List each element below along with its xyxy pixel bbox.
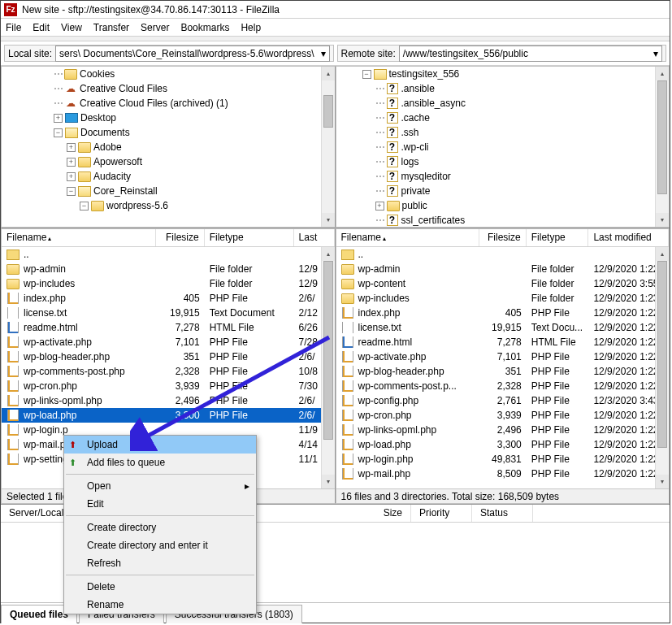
menu-bookmarks[interactable]: Bookmarks <box>180 22 229 33</box>
chevron-down-icon[interactable]: ▾ <box>321 48 326 59</box>
tree-item[interactable]: ⋯Creative Cloud Files <box>2 81 335 96</box>
tree-item[interactable]: +Audacity <box>2 169 335 184</box>
remote-list-header[interactable]: Filename▴ Filesize Filetype Last modifie… <box>336 229 670 247</box>
ctx-delete[interactable]: Delete <box>64 578 256 596</box>
tree-item[interactable]: −testingsitex_556 <box>336 67 670 81</box>
ctx-create-directory-and-enter-it[interactable]: Create directory and enter it <box>64 536 256 554</box>
scrollbar-vertical[interactable]: ▴▾ <box>655 67 669 227</box>
file-row[interactable]: license.txt19,915Text Docu...12/9/2020 1… <box>336 320 670 335</box>
col-filename[interactable]: Filename <box>7 232 46 243</box>
chevron-down-icon[interactable]: ▾ <box>653 48 658 59</box>
tree-item[interactable]: ⋯.ssh <box>336 125 670 140</box>
file-row[interactable]: .. <box>2 247 335 262</box>
tree-item[interactable]: ⋯logs <box>336 154 670 169</box>
file-row[interactable]: wp-links-opml.php2,496PHP File2/6/ <box>2 393 335 408</box>
file-row[interactable]: wp-adminFile folder12/9 <box>2 262 335 276</box>
file-row[interactable]: wp-config.php2,761PHP File12/3/2020 3:43… <box>336 393 670 408</box>
tree-item[interactable]: +Adobe <box>2 140 335 154</box>
file-row[interactable]: index.php405PHP File12/9/2020 1:22: <box>336 306 670 320</box>
file-row[interactable]: wp-activate.php7,101PHP File7/28 <box>2 335 335 349</box>
file-row[interactable]: wp-cron.php3,939PHP File7/30 <box>2 379 335 393</box>
menu-transfer[interactable]: Transfer <box>93 22 129 33</box>
remote-tree[interactable]: −testingsitex_556⋯.ansible⋯.ansible_asyn… <box>336 66 670 228</box>
file-row[interactable]: .. <box>336 247 670 262</box>
tree-item[interactable]: ⋯.cache <box>336 111 670 125</box>
file-row[interactable]: wp-includesFile folder12/9/2020 1:23: <box>336 291 670 306</box>
file-row[interactable]: wp-blog-header.php351PHP File12/9/2020 1… <box>336 364 670 379</box>
scrollbar-vertical[interactable]: ▴▾ <box>655 247 669 488</box>
file-row[interactable]: wp-cron.php3,939PHP File12/9/2020 1:22: <box>336 408 670 423</box>
expand-toggle-icon[interactable]: − <box>54 128 63 137</box>
tree-item[interactable]: −wordpress-5.6 <box>2 198 335 213</box>
file-row[interactable]: wp-mail.php8,509PHP File12/9/2020 1:22: <box>336 467 670 481</box>
ctx-open[interactable]: Open▸ <box>64 477 256 495</box>
scrollbar-vertical[interactable]: ▴▾ <box>321 67 335 227</box>
file-row[interactable]: wp-adminFile folder12/9/2020 1:22: <box>336 262 670 276</box>
col-filesize[interactable]: Filesize <box>479 229 527 246</box>
tree-item[interactable]: +Apowersoft <box>2 154 335 169</box>
local-site-combo[interactable]: sers\ Documents\Core_Reinstall\wordpress… <box>55 46 329 62</box>
file-row[interactable]: wp-blog-header.php351PHP File2/6/ <box>2 349 335 364</box>
col-filename[interactable]: Filename <box>341 232 381 243</box>
ctx-rename[interactable]: Rename <box>64 596 256 614</box>
file-row[interactable]: wp-load.php3,300PHP File2/6/ <box>2 408 335 423</box>
expand-toggle-icon[interactable]: + <box>375 202 384 211</box>
ctx-refresh[interactable]: Refresh <box>64 554 256 572</box>
ctx-edit[interactable]: Edit <box>64 495 256 513</box>
file-row[interactable]: wp-comments-post.php2,328PHP File10/8 <box>2 364 335 379</box>
tree-item[interactable]: ⋯private <box>336 184 670 198</box>
file-row[interactable]: license.txt19,915Text Document2/12 <box>2 306 335 320</box>
tree-item[interactable]: ⋯ssl_certificates <box>336 213 670 228</box>
file-row[interactable]: wp-activate.php7,101PHP File12/9/2020 1:… <box>336 349 670 364</box>
expand-toggle-icon[interactable]: − <box>80 202 89 211</box>
tree-item[interactable]: −Core_Reinstall <box>2 184 335 198</box>
tree-item[interactable]: −Documents <box>2 125 335 140</box>
col-lastmod[interactable]: Last <box>294 229 335 246</box>
tree-item[interactable]: +Desktop <box>2 111 335 125</box>
file-row[interactable]: wp-load.php3,300PHP File12/9/2020 1:22: <box>336 437 670 452</box>
expand-toggle-icon[interactable]: + <box>67 172 76 181</box>
file-row[interactable]: wp-contentFile folder12/9/2020 3:55: <box>336 276 670 291</box>
col-lastmod[interactable]: Last modified <box>588 229 669 246</box>
remote-file-list[interactable]: Filename▴ Filesize Filetype Last modifie… <box>336 228 670 504</box>
menu-help[interactable]: Help <box>241 22 261 33</box>
context-menu[interactable]: ⬆Upload⬆Add files to queueOpen▸EditCreat… <box>63 435 257 614</box>
local-list-header[interactable]: Filename▴ Filesize Filetype Last <box>2 229 335 247</box>
menubar[interactable]: FileEditViewTransferServerBookmarksHelp <box>1 19 670 37</box>
file-size: 7,101 <box>156 336 205 348</box>
menu-view[interactable]: View <box>61 22 82 33</box>
expand-toggle-icon[interactable]: + <box>67 158 76 167</box>
tree-item[interactable]: +public <box>336 198 670 213</box>
tree-item[interactable]: ⋯mysqleditor <box>336 169 670 184</box>
tree-item[interactable]: ⋯.wp-cli <box>336 140 670 154</box>
menu-file[interactable]: File <box>6 22 21 33</box>
menu-edit[interactable]: Edit <box>33 22 50 33</box>
file-row[interactable]: wp-login.php49,831PHP File12/9/2020 1:22… <box>336 452 670 467</box>
transfer-col[interactable]: Priority <box>411 505 472 522</box>
expand-toggle-icon[interactable]: − <box>362 70 371 79</box>
file-row[interactable]: index.php405PHP File2/6/ <box>2 291 335 306</box>
ctx-create-directory[interactable]: Create directory <box>64 519 256 536</box>
col-filesize[interactable]: Filesize <box>156 229 205 246</box>
file-row[interactable]: readme.html7,278HTML File6/26 <box>2 320 335 335</box>
tree-item[interactable]: ⋯Cookies <box>2 67 335 81</box>
file-row[interactable]: wp-links-opml.php2,496PHP File12/9/2020 … <box>336 423 670 437</box>
local-tree[interactable]: ⋯Cookies⋯Creative Cloud Files⋯Creative C… <box>1 66 336 228</box>
expand-toggle-icon[interactable]: + <box>67 143 76 152</box>
col-filetype[interactable]: Filetype <box>205 229 294 246</box>
file-row[interactable]: readme.html7,278HTML File12/9/2020 1:22: <box>336 335 670 349</box>
menu-server[interactable]: Server <box>141 22 169 33</box>
col-filetype[interactable]: Filetype <box>527 229 589 246</box>
expand-toggle-icon[interactable]: + <box>54 114 63 123</box>
file-row[interactable]: wp-includesFile folder12/9 <box>2 276 335 291</box>
ctx-upload[interactable]: ⬆Upload <box>64 436 256 454</box>
tree-item[interactable]: ⋯Creative Cloud Files (archived) (1) <box>2 96 335 111</box>
expand-toggle-icon[interactable]: − <box>67 187 76 196</box>
tree-item[interactable]: ⋯.ansible <box>336 81 670 96</box>
transfer-col[interactable]: Status <box>472 505 533 522</box>
file-row[interactable]: wp-comments-post.p...2,328PHP File12/9/2… <box>336 379 670 393</box>
scrollbar-vertical[interactable]: ▴▾ <box>321 247 335 488</box>
tree-item[interactable]: ⋯.ansible_async <box>336 96 670 111</box>
remote-site-combo[interactable]: /www/testingsitex_556/public ▾ <box>399 46 662 62</box>
ctx-add-files-to-queue[interactable]: ⬆Add files to queue <box>64 454 256 471</box>
